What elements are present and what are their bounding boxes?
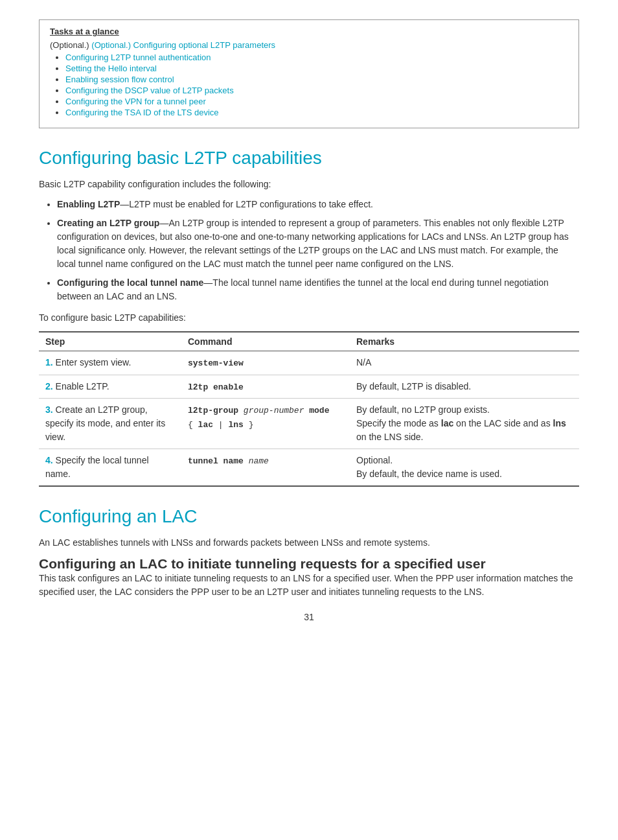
task-link-3[interactable]: Enabling session flow control [65, 75, 174, 84]
table-cell-cmd: tunnel name name [181, 449, 350, 487]
list-item: Configuring L2TP tunnel authentication [65, 52, 568, 62]
step-desc: Enable L2TP. [56, 381, 109, 391]
section2-intro: An LAC establishes tunnels with LNSs and… [39, 536, 579, 550]
step-desc: Create an L2TP group, specify its mode, … [45, 404, 165, 442]
page-number: 31 [39, 612, 579, 622]
table-intro: To configure basic L2TP capabilities: [39, 311, 579, 325]
table-header-row: Step Command Remarks [39, 332, 579, 351]
table-row: 3. Create an L2TP group, specify its mod… [39, 399, 579, 449]
section1-intro: Basic L2TP capability configuration incl… [39, 178, 579, 191]
table-row: 1. Enter system view. system-view N/A [39, 351, 579, 375]
list-item: Enabling session flow control [65, 75, 568, 84]
table-cell-remarks: Optional. By default, the device name is… [350, 449, 579, 487]
config-table: Step Command Remarks 1. Enter system vie… [39, 331, 579, 487]
section3-intro: This task configures an LAC to initiate … [39, 572, 579, 599]
table-cell-remarks: By default, no L2TP group exists. Specif… [350, 399, 579, 449]
task-link-1[interactable]: Configuring L2TP tunnel authentication [65, 52, 211, 62]
optional-text: (Optional.) [50, 40, 91, 50]
command-text: tunnel name name [188, 456, 269, 466]
bullet-item-1: Enabling L2TP—L2TP must be enabled for L… [57, 198, 579, 211]
list-item: Setting the Hello interval [65, 64, 568, 73]
section1-bullets: Enabling L2TP—L2TP must be enabled for L… [39, 198, 579, 303]
table-cell-step: 4. Specify the local tunnel name. [39, 449, 181, 487]
bullet-text-1: —L2TP must be enabled for L2TP configura… [120, 199, 373, 209]
tasks-optional-line: (Optional.) (Optional.) Configuring opti… [50, 40, 568, 50]
step-number: 1. [45, 357, 53, 368]
step-number: 2. [45, 381, 53, 391]
bullet-item-2: Creating an L2TP group—An L2TP group is … [57, 216, 579, 271]
list-item: Configuring the TSA ID of the LTS device [65, 108, 568, 117]
step-number: 3. [45, 404, 53, 415]
col-remarks: Remarks [350, 332, 579, 351]
section2-title: Configuring an LAC [39, 506, 579, 527]
table-row: 2. Enable L2TP. l2tp enable By default, … [39, 375, 579, 399]
bullet-item-3: Configuring the local tunnel name—The lo… [57, 276, 579, 303]
command-options: { lac | lns } [188, 420, 253, 430]
tasks-list: Configuring L2TP tunnel authentication S… [50, 52, 568, 117]
table-cell-step: 1. Enter system view. [39, 351, 181, 375]
table-cell-remarks: N/A [350, 351, 579, 375]
task-link-2[interactable]: Setting the Hello interval [65, 64, 157, 73]
tasks-title: Tasks at a glance [50, 27, 568, 36]
task-link-4[interactable]: Configuring the DSCP value of L2TP packe… [65, 86, 234, 95]
step-desc: Enter system view. [56, 357, 132, 368]
section1-title: Configuring basic L2TP capabilities [39, 148, 579, 169]
table-body: 1. Enter system view. system-view N/A 2.… [39, 351, 579, 487]
bullet-bold-1: Enabling L2TP [57, 199, 120, 209]
col-command: Command [181, 332, 350, 351]
table-cell-remarks: By default, L2TP is disabled. [350, 375, 579, 399]
task-link-6[interactable]: Configuring the TSA ID of the LTS device [65, 108, 219, 117]
table-cell-step: 3. Create an L2TP group, specify its mod… [39, 399, 181, 449]
table-cell-cmd: l2tp-group group-number mode { lac | lns… [181, 399, 350, 449]
command-text: l2tp-group group-number mode [188, 406, 329, 415]
section3-title: Configuring an LAC to initiate tunneling… [39, 556, 579, 572]
step-number: 4. [45, 455, 53, 465]
table-header: Step Command Remarks [39, 332, 579, 351]
list-item: Configuring the VPN for a tunnel peer [65, 97, 568, 106]
optional-link[interactable]: (Optional.) Configuring optional L2TP pa… [91, 40, 275, 50]
step-desc: Specify the local tunnel name. [45, 455, 149, 479]
table-cell-step: 2. Enable L2TP. [39, 375, 181, 399]
tasks-box: Tasks at a glance (Optional.) (Optional.… [39, 19, 579, 128]
command-text: l2tp enable [188, 382, 244, 392]
table-cell-cmd: l2tp enable [181, 375, 350, 399]
task-link-5[interactable]: Configuring the VPN for a tunnel peer [65, 97, 206, 106]
list-item: Configuring the DSCP value of L2TP packe… [65, 86, 568, 95]
bullet-bold-3: Configuring the local tunnel name [57, 277, 203, 288]
table-row: 4. Specify the local tunnel name. tunnel… [39, 449, 579, 487]
command-text: system-view [188, 358, 244, 368]
table-cell-cmd: system-view [181, 351, 350, 375]
col-step: Step [39, 332, 181, 351]
bullet-bold-2: Creating an L2TP group [57, 218, 159, 228]
